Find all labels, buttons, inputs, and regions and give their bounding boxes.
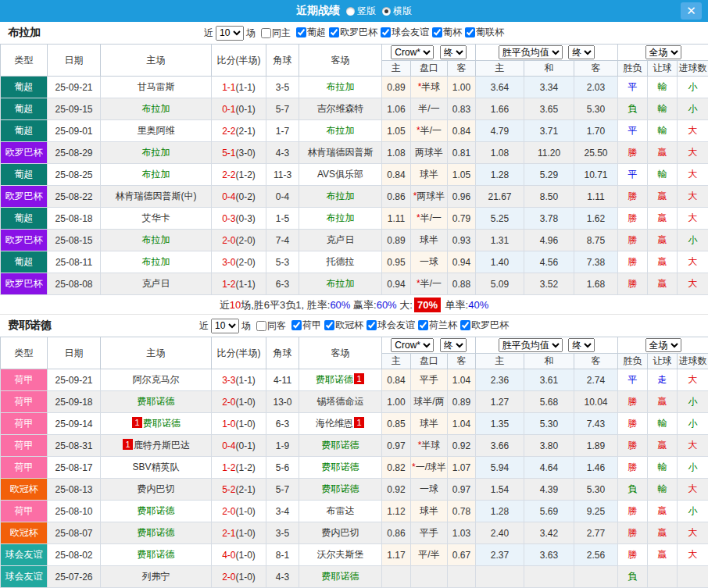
col-type: 类型: [1, 337, 48, 369]
team-title: 费耶诺德: [0, 319, 52, 333]
cell-goals-result: 小: [678, 413, 708, 435]
cell-goals-result: 大: [678, 369, 708, 391]
cell-away-team: 林肯瑞德因普斯: [299, 142, 382, 164]
fulltime-select-group: 全场: [618, 337, 708, 354]
same-venue-filter[interactable]: 同主: [261, 27, 291, 40]
summary-rate-value: 60%: [330, 299, 350, 311]
league-checkbox[interactable]: [465, 27, 475, 37]
odds-company-select[interactable]: Crow*: [391, 45, 434, 59]
cell-date: 25-08-31: [48, 435, 101, 457]
cell-handicap-result: 贏: [648, 230, 678, 251]
avg-type-select[interactable]: 胜平负均值: [499, 338, 563, 352]
cell-home-odds: 0.86: [382, 186, 411, 208]
layout-radio-horizontal[interactable]: 横版: [382, 5, 412, 18]
league-checkbox[interactable]: [418, 320, 428, 330]
cell-avg-away: 7.43: [574, 413, 618, 435]
team-name-text: 费耶诺德: [138, 505, 175, 516]
cell-handicap: *半球: [411, 435, 448, 457]
odds-final-select[interactable]: 终: [440, 338, 467, 352]
cell-home-odds: 0.86: [382, 522, 411, 544]
cell-handicap: *一/球半: [411, 457, 448, 479]
league-checkbox[interactable]: [432, 27, 442, 37]
league-filter-item[interactable]: 欧冠杯: [324, 319, 363, 332]
league-filter-item[interactable]: 葡超: [296, 26, 326, 39]
cell-avg-home: 1.40: [476, 251, 524, 273]
league-filter-item[interactable]: 球会友谊: [381, 26, 429, 39]
match-row: 葡超25-08-18艾华卡0-3(0-3)1-5布拉加1.11*半/一0.795…: [1, 208, 708, 230]
fulltime-score: 0-3: [222, 213, 235, 224]
odds-final-select[interactable]: 终: [440, 45, 467, 59]
summary-rate-value: 40%: [468, 299, 488, 311]
league-filter-item[interactable]: 荷兰杯: [418, 319, 457, 332]
section-header: 布拉加 近 10 场 同主 葡超欧罗巴杯球会友谊葡杯葡联杯: [0, 22, 708, 44]
cell-date: 25-08-22: [48, 186, 101, 208]
fulltime-select[interactable]: 全场: [645, 45, 681, 59]
cell-avg-home: 5.25: [476, 208, 524, 230]
cell-handicap: [411, 566, 448, 588]
team-name-text: 吉尔维森特: [317, 103, 364, 114]
league-checkbox[interactable]: [367, 320, 377, 330]
same-venue-checkbox[interactable]: [256, 321, 266, 331]
league-filter-item[interactable]: 欧罗巴杯: [329, 26, 377, 39]
recent-count-select[interactable]: 10: [216, 26, 244, 41]
cell-avg-draw: 11.20: [524, 142, 574, 164]
cell-score: 5-1(3-0): [212, 142, 266, 164]
recent-count-select[interactable]: 10: [211, 319, 239, 333]
cell-avg-draw: 4.96: [524, 230, 574, 251]
radio-label-vertical: 竖版: [357, 5, 376, 18]
league-checkbox[interactable]: [296, 27, 306, 37]
halftime-score: (2-0): [236, 235, 256, 246]
col-avg-home: 主: [476, 61, 524, 77]
league-checkbox[interactable]: [291, 320, 302, 330]
odds-company-select[interactable]: Crow*: [391, 338, 434, 352]
close-icon[interactable]: ✕: [681, 2, 702, 20]
cell-result: 勝: [618, 435, 648, 457]
team-name-text: 海伦维恩: [316, 418, 353, 429]
cell-corner: 0-4: [266, 186, 299, 208]
cell-home-odds: 0.84: [382, 164, 411, 186]
league-filter-item[interactable]: 葡联杯: [465, 26, 504, 39]
cell-handicap: *半球: [411, 77, 448, 98]
league-filter-item[interactable]: 欧罗巴杯: [460, 319, 509, 332]
league-filter-item[interactable]: 荷甲: [291, 319, 321, 332]
col-avg-away: 客: [574, 354, 618, 369]
match-row: 球会友谊25-08-02费耶诺德4-0(1-0)8-1沃尔夫斯堡1.17平/半0…: [1, 544, 708, 566]
fulltime-score: 2-2: [222, 126, 235, 137]
cell-result: 勝: [618, 186, 648, 208]
cell-home-team: 里奥阿维: [101, 120, 212, 142]
match-row: 欧罗巴杯25-08-22林肯瑞德因普斯(中)0-4(0-2)0-4布拉加0.86…: [1, 186, 708, 208]
cell-home-team: 费耶诺德: [101, 544, 212, 566]
league-filter-item[interactable]: 葡杯: [432, 26, 462, 39]
cell-goals-result: 大: [678, 435, 708, 457]
league-checkbox[interactable]: [381, 27, 391, 37]
same-venue-filter[interactable]: 同客: [256, 319, 286, 333]
league-checkbox[interactable]: [324, 320, 334, 330]
cell-result: 負: [618, 566, 648, 588]
cell-avg-home: [476, 566, 524, 588]
cell-avg-draw: [524, 566, 574, 588]
avg-final-select[interactable]: 终: [568, 338, 595, 352]
dialog-title: 近期战绩: [296, 4, 340, 18]
league-checkbox[interactable]: [329, 27, 339, 37]
cell-avg-home: 2.40: [476, 522, 524, 544]
cell-home-team: 布拉加: [101, 230, 212, 251]
fulltime-score: 4-0: [222, 550, 235, 561]
fulltime-select[interactable]: 全场: [645, 338, 681, 352]
cell-avg-draw: 5.68: [524, 391, 574, 413]
avg-type-select[interactable]: 胜平负均值: [499, 45, 563, 59]
match-row: 荷甲25-08-17SBV精英队1-2(1-2)5-6费耶诺德0.82*一/球半…: [1, 457, 708, 479]
match-row: 荷甲25-08-311鹿特丹斯巴达0-4(0-1)1-9费耶诺德0.97*半球0…: [1, 435, 708, 457]
avg-final-select[interactable]: 终: [568, 45, 595, 59]
layout-radio-vertical[interactable]: 竖版: [346, 5, 376, 18]
cell-league: 荷甲: [1, 457, 48, 479]
same-venue-checkbox[interactable]: [261, 28, 271, 38]
dialog-titlebar: 近期战绩 竖版 横版 ✕: [0, 0, 708, 22]
cell-home-odds: 0.92: [382, 479, 411, 501]
cell-result: 平: [618, 77, 648, 98]
league-checkbox[interactable]: [460, 320, 470, 330]
cell-avg-draw: 3.52: [524, 273, 574, 295]
fulltime-score: 2-0: [222, 572, 235, 583]
league-filter-item[interactable]: 球会友谊: [367, 319, 415, 332]
col-away: 客场: [299, 45, 382, 77]
team-name-text: 克卢日: [142, 278, 170, 289]
